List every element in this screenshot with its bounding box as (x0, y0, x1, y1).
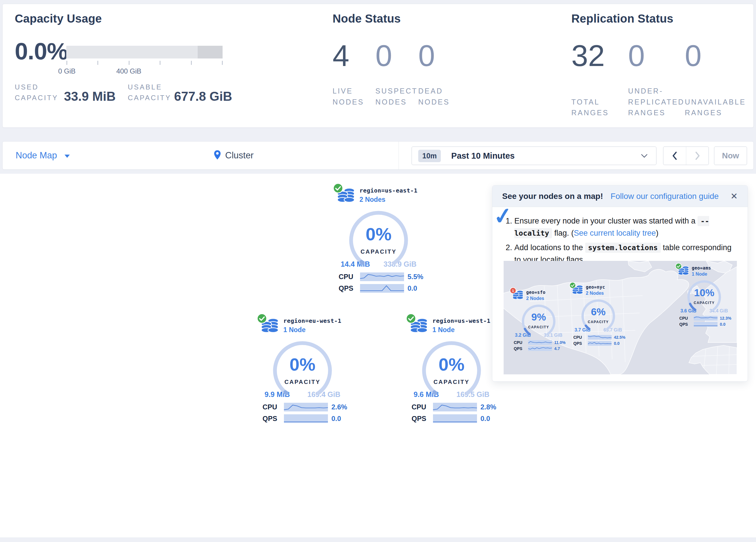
axis-tick (160, 61, 160, 65)
qps-sparkline (588, 341, 612, 346)
nodes-count-link[interactable]: 1 Node (692, 272, 711, 277)
locality-label[interactable]: geo=sfo (526, 290, 546, 295)
qps-label: QPS (263, 415, 280, 423)
qps-metric-row: QPS 0.0 (679, 322, 731, 327)
cluster-summary-panel: Capacity Usage 0.0% 0 GiB 400 GiB (2, 4, 754, 128)
configuration-guide-link[interactable]: Follow our configuration guide (611, 192, 719, 201)
cpu-value: 42.5% (614, 335, 625, 340)
capacity-gauge-label: CAPACITY (272, 379, 333, 385)
used-capacity-label: USED CAPACITY (15, 82, 59, 103)
cpu-metric-row: CPU 12.3% (679, 316, 731, 321)
qps-value: 0.0 (480, 415, 496, 423)
node-status-label-0: LIVE NODES (333, 86, 375, 107)
axis-tick (222, 61, 223, 65)
node-header: region=us-west-11 Node (408, 317, 495, 337)
node-header: geo=ams1 Node (677, 265, 732, 278)
cpu-metric-row: CPU 11.0% (514, 340, 566, 345)
section-title-node-status: Node Status (333, 13, 461, 24)
replication-label-0: TOTAL RANGES (571, 97, 628, 118)
view-selector-dropdown[interactable]: Node Map (16, 141, 70, 169)
usable-capacity-label: USABLE CAPACITY (128, 82, 169, 103)
now-button[interactable]: Now (714, 146, 747, 165)
node-metrics: CPU 2.8%QPS 0.0 (412, 403, 491, 423)
breadcrumb[interactable]: Cluster (214, 141, 254, 169)
qps-value: 0.0 (408, 284, 423, 293)
axis-tick (98, 61, 98, 65)
capacity-bar (66, 46, 223, 58)
nodes-count-link[interactable]: 2 Nodes (526, 296, 546, 301)
node-map-canvas: region=us-west-11 Node 0%CAPACITY9.6 MiB… (0, 174, 756, 537)
replication-label-1: UNDER- REPLICATED RANGES (628, 86, 685, 118)
axis-label-0: 0 GiB (58, 67, 76, 75)
locality-label[interactable]: region=us-east-1 (359, 187, 418, 194)
cpu-label: CPU (514, 340, 526, 345)
cpu-metric-row: CPU 2.8% (412, 403, 496, 412)
toolbar-divider (399, 141, 399, 169)
qps-label: QPS (514, 346, 526, 351)
nodes-count-link[interactable]: 1 Node (283, 326, 342, 334)
svg-text:1: 1 (512, 289, 514, 293)
node-header: region=eu-west-11 Node (259, 317, 346, 337)
qps-metric-row: QPS 4.7 (514, 346, 566, 351)
region-node-region=us-west-1: region=us-west-11 Node 0%CAPACITY9.6 MiB… (408, 317, 495, 423)
qps-sparkline (694, 322, 718, 327)
qps-label: QPS (573, 341, 586, 346)
locality-label[interactable]: geo=nyc (586, 285, 605, 290)
locality-label[interactable]: region=us-west-1 (432, 317, 491, 324)
locality-tree-link[interactable]: See current locality tree (574, 229, 656, 237)
axis-tick (191, 61, 192, 65)
cpu-value: 5.5% (408, 273, 423, 281)
node-metrics: CPU 42.5%QPS 0.0 (573, 335, 623, 346)
qps-label: QPS (412, 415, 430, 423)
config-step-1: Ensure every node in your cluster was st… (514, 215, 737, 239)
healthy-check-icon (333, 183, 343, 193)
nodes-count-link[interactable]: 2 Nodes (586, 291, 605, 296)
capacity-percent-value: 10% (687, 288, 722, 298)
time-range-select[interactable]: 10m Past 10 Minutes (412, 146, 656, 165)
usable-capacity-value: 677.8 GiB (174, 89, 232, 104)
locality-label[interactable]: geo=ams (692, 265, 711, 271)
breadcrumb-label: Cluster (225, 150, 254, 161)
popup-header: See your nodes on a map! Follow our conf… (492, 185, 748, 207)
cpu-sparkline (433, 403, 477, 412)
capacity-gauge-label: CAPACITY (521, 325, 556, 329)
capacity-percent-value: 9% (521, 312, 556, 322)
capacity-bar-used-segment (198, 46, 223, 58)
locality-label[interactable]: region=eu-west-1 (283, 317, 342, 324)
cpu-metric-row: CPU 2.6% (263, 403, 347, 412)
step-back-button[interactable] (663, 147, 686, 165)
cpu-sparkline (528, 340, 552, 345)
axis-tick (67, 61, 67, 65)
qps-metric-row: QPS 0.0 (573, 341, 625, 346)
replication-value-2: 0 (685, 41, 742, 71)
node-header: 1geo=sfo2 Nodes (511, 290, 566, 303)
cpu-label: CPU (339, 273, 357, 281)
capacity-bar-chart: 0 GiB 400 GiB (66, 39, 224, 63)
cpu-metric-row: CPU 5.5% (339, 273, 423, 281)
cpu-sparkline (284, 403, 328, 412)
time-range-badge: 10m (418, 150, 441, 162)
cpu-value: 12.3% (720, 316, 731, 321)
step-forward-button[interactable] (686, 147, 709, 165)
cpu-sparkline (588, 335, 612, 340)
close-icon[interactable]: ✕ (731, 192, 738, 201)
replication-status-section: Replication Status 3200 TOTAL RANGESUNDE… (571, 13, 742, 118)
healthy-check-icon (257, 313, 267, 324)
map-toolbar: Node Map Cluster 10m Past 10 Minutes N (2, 141, 754, 170)
config-steps: Ensure every node in your cluster was st… (514, 215, 737, 266)
node-titles: region=us-east-12 Nodes (359, 187, 418, 203)
time-range-label: Past 10 Minutes (451, 151, 515, 161)
qps-value: 0.0 (614, 341, 625, 346)
node-status-section: Node Status 400 LIVE NODESSUSPECT NODESD… (333, 13, 461, 107)
nodes-count-link[interactable]: 1 Node (432, 326, 491, 334)
qps-value: 0.0 (331, 415, 347, 423)
nodes-count-link[interactable]: 2 Nodes (359, 196, 418, 203)
node-header: geo=nyc2 Nodes (571, 285, 626, 297)
caret-down-icon (65, 155, 70, 158)
region-node-geo=sfo: 1geo=sfo2 Nodes 9%CAPACITY3.2 GiB35.1 Gi… (511, 290, 566, 351)
location-pin-icon (214, 150, 221, 161)
cpu-label: CPU (263, 403, 280, 411)
node-titles: geo=ams1 Node (692, 265, 711, 277)
qps-label: QPS (339, 284, 357, 293)
capacity-gauge-label: CAPACITY (687, 301, 722, 305)
